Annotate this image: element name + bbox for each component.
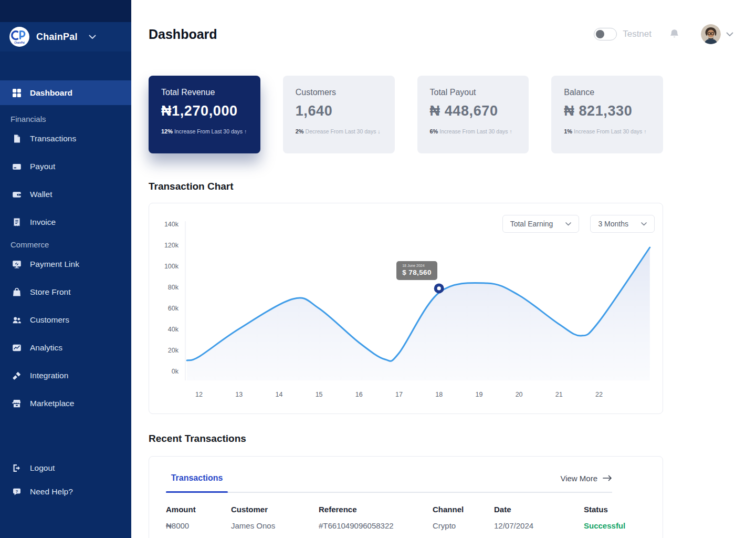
stat-card-value: ₦ 448,670	[430, 103, 517, 119]
y-tick-label: 80k	[168, 284, 179, 291]
y-tick-label: 140k	[164, 221, 179, 228]
y-tick-label: 40k	[168, 326, 179, 333]
brand[interactable]: ChainPal ChainPal	[0, 22, 131, 51]
stat-card-percent: 12%	[161, 128, 173, 134]
view-more-link[interactable]: View More	[560, 474, 612, 483]
sidebar-item-label: Logout	[30, 463, 55, 473]
sidebar-item-need-help[interactable]: ?Need Help?	[0, 480, 131, 503]
sidebar-item-store-front[interactable]: Store Front	[0, 278, 131, 306]
sidebar-item-label: Payment Link	[30, 260, 79, 269]
arrow-up-icon: ↑	[244, 128, 247, 134]
stat-card-change: 12% Increase From Last 30 days ↑	[161, 128, 248, 134]
metric-select[interactable]: Total Earning	[502, 215, 580, 233]
sidebar-item-label: Invoice	[30, 218, 56, 227]
chevron-down-icon[interactable]	[89, 35, 96, 39]
sidebar-item-transactions[interactable]: Transactions	[0, 125, 131, 152]
chart-tooltip: 18 June 2024 $ 78,560	[396, 261, 437, 280]
arrow-up-icon: ↑	[644, 128, 646, 134]
svg-text:?: ?	[16, 489, 18, 493]
tooltip-date: 18 June 2024	[402, 264, 432, 267]
transactions-table-card: Transactions View More AmountCustomerRef…	[149, 456, 663, 538]
user-avatar[interactable]	[701, 24, 721, 44]
sidebar-item-payment-link[interactable]: Payment Link	[0, 250, 131, 278]
nav-section-label: Financials	[0, 113, 131, 125]
tab-transactions[interactable]: Transactions	[166, 473, 228, 483]
recent-transactions-title: Recent Transactions	[149, 433, 756, 444]
cell-channel: Crypto	[433, 521, 494, 530]
chart-section-title: Transaction Chart	[149, 181, 756, 192]
stat-card-total-payout: Total Payout₦ 448,6706% Increase From La…	[417, 76, 529, 153]
table-row[interactable]: ₦8000James Onos#T661049096058322Crypto12…	[166, 521, 612, 530]
x-tick-label: 17	[395, 391, 403, 398]
toggle-knob	[596, 30, 604, 38]
stat-card-value: ₦1,270,000	[161, 103, 248, 119]
sidebar: ChainPal ChainPal DashboardFinancialsTra…	[0, 0, 131, 538]
tab-divider	[166, 492, 612, 493]
stat-card-change-text: Increase From Last 30 days	[173, 128, 244, 134]
transactions-file-icon	[12, 134, 22, 143]
chart-controls: Total Earning 3 Months	[502, 215, 655, 233]
invoice-icon	[12, 218, 22, 227]
y-tick-label: 100k	[164, 263, 179, 270]
status-badge: Successful	[584, 521, 625, 530]
column-header-customer: Customer	[231, 505, 319, 514]
main-content: Dashboard Testnet Tot	[131, 0, 756, 538]
customers-icon	[12, 315, 22, 325]
arrow-right-icon	[603, 475, 612, 481]
sidebar-top-strip	[0, 0, 131, 22]
x-tick-label: 16	[355, 391, 363, 398]
svg-text:ChainPal: ChainPal	[14, 42, 25, 44]
testnet-toggle[interactable]	[594, 28, 617, 40]
period-select[interactable]: 3 Months	[590, 215, 655, 233]
sidebar-item-label: Need Help?	[30, 487, 73, 496]
stat-card-change: 1% Increase From Last 30 days ↑	[564, 128, 650, 134]
column-header-amount: Amount	[166, 505, 231, 514]
sidebar-footer: Logout?Need Help?	[0, 456, 131, 538]
sidebar-item-label: Analytics	[30, 343, 62, 353]
analytics-icon	[12, 343, 22, 353]
y-tick-label: 20k	[168, 347, 179, 354]
integration-icon	[12, 371, 22, 380]
sidebar-item-label: Wallet	[30, 190, 52, 199]
logout-icon	[12, 463, 22, 473]
stat-card-total-revenue: Total Revenue₦1,270,00012% Increase From…	[149, 76, 260, 153]
sidebar-item-analytics[interactable]: Analytics	[0, 334, 131, 361]
sidebar-item-integration[interactable]: Integration	[0, 361, 131, 389]
sidebar-item-logout[interactable]: Logout	[0, 456, 131, 480]
column-header-status: Status	[584, 505, 612, 514]
sidebar-item-customers[interactable]: Customers	[0, 306, 131, 334]
notification-bell-icon[interactable]	[669, 28, 680, 40]
stat-card-label: Balance	[564, 88, 650, 97]
help-icon: ?	[12, 487, 22, 496]
testnet-label: Testnet	[623, 29, 652, 39]
x-tick-label: 13	[235, 391, 243, 398]
x-tick-label: 22	[595, 391, 603, 398]
table-body: ₦8000James Onos#T661049096058322Crypto12…	[166, 521, 646, 530]
sidebar-item-dashboard[interactable]: Dashboard	[0, 80, 131, 105]
sidebar-item-marketplace[interactable]: Marketplace	[0, 389, 131, 417]
x-tick-label: 14	[275, 391, 282, 398]
sidebar-item-wallet[interactable]: Wallet	[0, 180, 131, 208]
stat-card-value: ₦ 821,330	[564, 103, 650, 119]
stat-cards: Total Revenue₦1,270,00012% Increase From…	[149, 76, 663, 153]
x-tick-label: 12	[195, 391, 203, 398]
chart-highlight-point-center	[437, 286, 441, 290]
column-header-date: Date	[494, 505, 584, 514]
table-tab-row: Transactions View More	[166, 473, 612, 483]
chevron-down-icon[interactable]	[726, 32, 733, 37]
sidebar-item-label: Store Front	[30, 287, 71, 297]
main-header: Dashboard Testnet	[149, 24, 756, 44]
sidebar-item-invoice[interactable]: Invoice	[0, 208, 131, 236]
arrow-down-icon: ↓	[377, 128, 380, 134]
stat-card-percent: 1%	[564, 128, 572, 134]
earnings-line-chart: 0k20k40k60k80k100k120k140k12131415161718…	[149, 203, 664, 415]
x-tick-label: 21	[555, 391, 563, 398]
sidebar-item-payout[interactable]: Payout	[0, 152, 131, 180]
y-tick-label: 60k	[168, 305, 179, 312]
stat-card-change: 2% Decrease From Last 30 days ↓	[296, 128, 382, 134]
stat-card-percent: 6%	[430, 128, 438, 134]
x-tick-label: 19	[475, 391, 482, 398]
header-actions: Testnet	[594, 24, 733, 44]
y-tick-label: 120k	[164, 242, 179, 249]
stat-card-change-text: Increase From Last 30 days	[438, 128, 509, 134]
